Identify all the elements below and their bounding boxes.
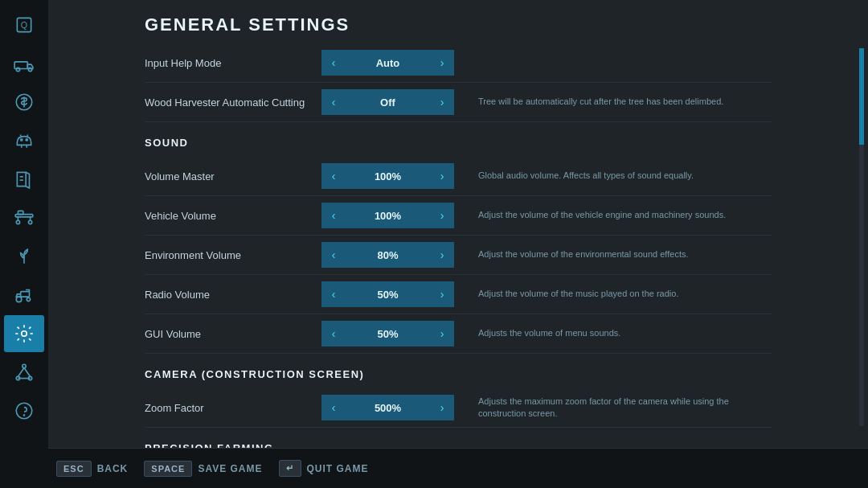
sidebar-item-help[interactable] <box>4 392 44 429</box>
setting-control-gui-volume: ‹ 50% › <box>321 321 454 347</box>
key-space: SPACE <box>144 461 192 477</box>
key-enter: ↵ <box>279 460 301 477</box>
desc-zoom-factor: Adjusts the maximum zoom factor of the c… <box>478 396 772 420</box>
decrement-wood-harvester[interactable]: ‹ <box>321 89 346 115</box>
value-input-help-mode: Auto <box>346 50 430 76</box>
desc-radio-volume: Adjust the volume of the music played on… <box>478 288 772 300</box>
sidebar-item-fields[interactable] <box>4 238 44 275</box>
svg-point-20 <box>23 364 26 367</box>
increment-volume-master[interactable]: › <box>430 163 454 189</box>
value-environment-volume: 80% <box>346 242 430 268</box>
sidebar-item-production[interactable] <box>4 199 44 236</box>
svg-point-6 <box>21 139 23 141</box>
sidebar-item-finances[interactable] <box>4 84 44 121</box>
increment-vehicle-volume[interactable]: › <box>430 203 454 228</box>
decrement-gui-volume[interactable]: ‹ <box>321 321 346 347</box>
label-quit: QUIT GAME <box>307 463 369 474</box>
value-vehicle-volume: 100% <box>346 203 430 228</box>
decrement-vehicle-volume[interactable]: ‹ <box>321 203 346 228</box>
sidebar-item-q[interactable]: Q <box>4 6 44 43</box>
section-header-sound: SOUND <box>145 137 772 149</box>
value-gui-volume: 50% <box>346 321 430 347</box>
decrement-environment-volume[interactable]: ‹ <box>321 242 346 268</box>
sidebar-item-settings[interactable] <box>4 315 44 352</box>
decrement-volume-master[interactable]: ‹ <box>321 163 346 189</box>
desc-environment-volume: Adjust the volume of the environmental s… <box>478 248 772 260</box>
sidebar-item-missions[interactable] <box>4 161 44 198</box>
desc-gui-volume: Adjusts the volume of menu sounds. <box>478 327 772 339</box>
increment-zoom-factor[interactable]: › <box>430 395 454 420</box>
sidebar: Q <box>0 0 48 488</box>
svg-rect-2 <box>14 62 27 69</box>
svg-rect-16 <box>21 292 30 297</box>
section-header-camera: CAMERA (CONSTRUCTION SCREEN) <box>145 368 772 380</box>
svg-text:Q: Q <box>21 20 27 30</box>
setting-row-radio-volume: Radio Volume ‹ 50% › Adjust the volume o… <box>145 275 772 314</box>
svg-point-12 <box>16 220 19 223</box>
hotkey-save[interactable]: SPACE SAVE GAME <box>144 461 262 477</box>
setting-row-volume-master: Volume Master ‹ 100% › Global audio volu… <box>145 157 772 196</box>
hotkey-back[interactable]: ESC BACK <box>56 461 128 477</box>
svg-point-26 <box>16 403 32 419</box>
increment-radio-volume[interactable]: › <box>430 281 454 307</box>
setting-control-volume-master: ‹ 100% › <box>321 163 454 189</box>
setting-control-zoom-factor: ‹ 500% › <box>321 395 454 420</box>
decrement-radio-volume[interactable]: ‹ <box>321 281 346 307</box>
svg-point-17 <box>16 297 22 302</box>
desc-vehicle-volume: Adjust the volume of the vehicle engine … <box>478 209 772 221</box>
section-header-precision-farming: PRECISION FARMING <box>145 442 772 448</box>
decrement-input-help-mode[interactable]: ‹ <box>321 50 346 76</box>
setting-row-input-help-mode: Input Help Mode ‹ Auto › <box>145 43 772 83</box>
setting-control-input-help-mode: ‹ Auto › <box>321 50 454 76</box>
setting-label-vehicle-volume: Vehicle Volume <box>145 210 321 222</box>
value-wood-harvester: Off <box>346 89 430 115</box>
value-radio-volume: 50% <box>346 281 430 307</box>
svg-point-7 <box>26 139 27 141</box>
setting-control-wood-harvester: ‹ Off › <box>321 89 454 115</box>
hotkey-quit[interactable]: ↵ QUIT GAME <box>279 460 369 477</box>
setting-row-wood-harvester: Wood Harvester Automatic Cutting ‹ Off ›… <box>145 83 772 122</box>
svg-line-23 <box>18 368 24 377</box>
setting-row-environment-volume: Environment Volume ‹ 80% › Adjust the vo… <box>145 236 772 275</box>
increment-environment-volume[interactable]: › <box>430 242 454 268</box>
setting-label-gui-volume: GUI Volume <box>145 328 321 340</box>
setting-label-radio-volume: Radio Volume <box>145 289 321 301</box>
page-title: GENERAL SETTINGS <box>48 0 868 43</box>
desc-volume-master: Global audio volume. Affects all types o… <box>478 170 772 182</box>
svg-point-4 <box>28 68 31 71</box>
main-content: GENERAL SETTINGS Input Help Mode ‹ Auto … <box>48 0 868 448</box>
label-back: BACK <box>97 463 129 474</box>
value-zoom-factor: 500% <box>346 395 430 420</box>
sidebar-item-equipment[interactable] <box>4 277 44 314</box>
sidebar-item-animals[interactable] <box>4 122 44 159</box>
setting-row-gui-volume: GUI Volume ‹ 50% › Adjusts the volume of… <box>145 314 772 354</box>
svg-point-27 <box>23 415 24 416</box>
increment-input-help-mode[interactable]: › <box>430 50 454 76</box>
svg-line-24 <box>24 368 31 377</box>
scroll-thumb[interactable] <box>859 48 864 145</box>
sidebar-item-multiplayer[interactable] <box>4 354 44 391</box>
setting-label-wood-harvester: Wood Harvester Automatic Cutting <box>145 96 321 109</box>
setting-row-zoom-factor: Zoom Factor ‹ 500% › Adjusts the maximum… <box>145 388 772 428</box>
settings-content[interactable]: Input Help Mode ‹ Auto › Wood Harvester … <box>48 43 868 448</box>
decrement-zoom-factor[interactable]: ‹ <box>321 395 346 420</box>
setting-control-vehicle-volume: ‹ 100% › <box>321 203 454 228</box>
setting-control-radio-volume: ‹ 50% › <box>321 281 454 307</box>
sidebar-item-vehicles[interactable] <box>4 45 44 82</box>
increment-gui-volume[interactable]: › <box>430 321 454 347</box>
setting-label-volume-master: Volume Master <box>145 170 321 182</box>
scroll-track[interactable] <box>859 48 864 426</box>
setting-row-vehicle-volume: Vehicle Volume ‹ 100% › Adjust the volum… <box>145 196 772 236</box>
svg-point-19 <box>22 331 27 337</box>
svg-point-13 <box>28 220 31 223</box>
setting-label-environment-volume: Environment Volume <box>145 249 321 261</box>
desc-wood-harvester: Tree will be automatically cut after the… <box>478 96 772 108</box>
setting-label-input-help-mode: Input Help Mode <box>145 57 321 69</box>
svg-rect-11 <box>18 211 23 214</box>
setting-label-zoom-factor: Zoom Factor <box>145 402 321 414</box>
setting-control-environment-volume: ‹ 80% › <box>321 242 454 268</box>
svg-point-3 <box>16 68 19 71</box>
value-volume-master: 100% <box>346 163 430 189</box>
increment-wood-harvester[interactable]: › <box>430 89 454 115</box>
bottom-bar: ESC BACK SPACE SAVE GAME ↵ QUIT GAME <box>0 448 868 488</box>
